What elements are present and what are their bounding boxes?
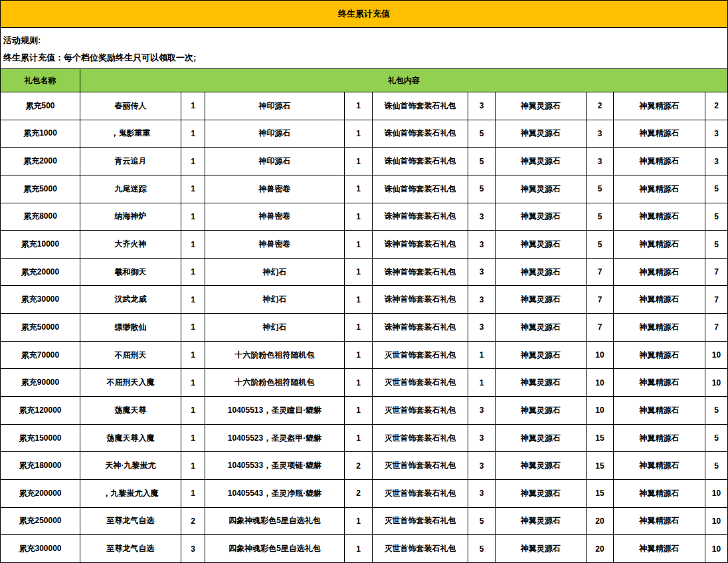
table-row: 累充70000不屈刑天1十六阶粉色祖符随机包1灭世首饰套装石礼包1神翼灵源石10…: [1, 342, 727, 370]
rules-line-2: 终生累计充值：每个档位奖励终生只可以领取一次;: [3, 49, 725, 66]
table-row: 累充300000至尊龙气自选3四象神魂彩色5星自选礼包1灭世首饰套装石礼包5神翼…: [1, 535, 727, 562]
item1-qty-cell: 1: [181, 314, 205, 341]
item1-qty-cell: 1: [181, 92, 205, 120]
item5-name-cell: 神翼精源石: [614, 231, 705, 258]
tier-cell: 累充8000: [1, 203, 80, 231]
item3-qty-cell: 3: [468, 231, 496, 258]
item2-name-cell: 神幻石: [205, 286, 345, 313]
item5-name-cell: 神翼精源石: [614, 397, 705, 424]
item4-name-cell: 神翼灵源石: [496, 148, 587, 175]
item1-name-cell: 大齐火神: [80, 231, 181, 258]
table-row: 累充1000，鬼影重重1神印源石1诛仙首饰套装石礼包5神翼灵源石3神翼精源石3: [1, 120, 727, 148]
item2-qty-cell: 1: [345, 175, 373, 203]
tier-cell: 累充20000: [1, 259, 80, 286]
item4-name-cell: 神翼灵源石: [496, 342, 587, 369]
page-title: 终生累计充值: [1, 1, 727, 28]
item5-qty-cell: 7: [705, 286, 727, 313]
item1-qty-cell: 1: [181, 342, 205, 369]
item4-qty-cell: 3: [587, 120, 614, 148]
item3-qty-cell: 3: [468, 452, 496, 479]
item3-name-cell: 灭世首饰套装石礼包: [373, 535, 468, 562]
item5-qty-cell: 5: [705, 175, 727, 203]
table-row: 累充500春丽传人1神印源石1诛仙首饰套装石礼包3神翼灵源石2神翼精源石2: [1, 92, 727, 120]
item4-name-cell: 神翼灵源石: [496, 314, 587, 341]
table-row: 累充90000不屈刑天入魔1十六阶粉色祖符随机包1灭世首饰套装石礼包1神翼灵源石…: [1, 369, 727, 397]
item2-name-cell: 神幻石: [205, 259, 345, 286]
item4-qty-cell: 20: [587, 508, 614, 535]
item5-name-cell: 神翼精源石: [614, 535, 705, 562]
item1-name-cell: 羲和御天: [80, 259, 181, 286]
item2-qty-cell: 1: [345, 535, 373, 562]
item3-name-cell: 诛神首饰套装石礼包: [373, 259, 468, 286]
header-gift-name: 礼包名称: [1, 69, 80, 92]
item5-name-cell: 神翼精源石: [614, 369, 705, 396]
item4-qty-cell: 15: [587, 425, 614, 452]
item1-name-cell: 九尾迷踪: [80, 175, 181, 203]
item1-qty-cell: 1: [181, 259, 205, 286]
item3-name-cell: 诛神首饰套装石礼包: [373, 231, 468, 258]
item2-qty-cell: 1: [345, 92, 373, 120]
item5-name-cell: 神翼精源石: [614, 342, 705, 369]
item3-qty-cell: 3: [468, 314, 496, 341]
item4-qty-cell: 15: [587, 452, 614, 479]
tier-cell: 累充90000: [1, 369, 80, 396]
item5-name-cell: 神翼精源石: [614, 314, 705, 341]
item2-name-cell: 神印源石: [205, 92, 345, 120]
tier-cell: 累充300000: [1, 535, 80, 562]
item1-name-cell: 青云追月: [80, 148, 181, 175]
item1-name-cell: 不屈刑天入魔: [80, 369, 181, 396]
item1-name-cell: 至尊龙气自选: [80, 535, 181, 562]
item4-qty-cell: 5: [587, 175, 614, 203]
item1-name-cell: 春丽传人: [80, 92, 181, 120]
tier-cell: 累充50000: [1, 314, 80, 341]
table-row: 累充150000荡魔天尊入魔110405523，圣灵盔甲·貔貅1灭世首饰套装石礼…: [1, 425, 727, 453]
item3-qty-cell: 3: [468, 397, 496, 424]
item4-qty-cell: 5: [587, 203, 614, 231]
item1-name-cell: 纳海神炉: [80, 203, 181, 231]
item1-qty-cell: 1: [181, 120, 205, 148]
item4-name-cell: 神翼灵源石: [496, 369, 587, 396]
header-gift-content: 礼包内容: [80, 69, 727, 92]
item1-name-cell: ，九黎蚩尤入魔: [80, 480, 181, 507]
item2-name-cell: 10405523，圣灵盔甲·貔貅: [205, 425, 345, 452]
item1-name-cell: 至尊龙气自选: [80, 508, 181, 535]
item3-name-cell: 诛仙首饰套装石礼包: [373, 120, 468, 148]
item2-qty-cell: 1: [345, 425, 373, 452]
item3-qty-cell: 5: [468, 508, 496, 535]
item2-name-cell: 神印源石: [205, 148, 345, 175]
item2-name-cell: 10405543，圣灵净瓶·貔貅: [205, 480, 345, 507]
item4-qty-cell: 2: [587, 92, 614, 120]
item1-name-cell: 天神·九黎蚩尤: [80, 452, 181, 479]
item4-name-cell: 神翼灵源石: [496, 397, 587, 424]
item4-qty-cell: 10: [587, 342, 614, 369]
item4-name-cell: 神翼灵源石: [496, 92, 587, 120]
item1-name-cell: 缥缈散仙: [80, 314, 181, 341]
item5-name-cell: 神翼精源石: [614, 480, 705, 507]
item5-name-cell: 神翼精源石: [614, 120, 705, 148]
item3-qty-cell: 3: [468, 480, 496, 507]
item1-qty-cell: 1: [181, 397, 205, 424]
item1-qty-cell: 1: [181, 175, 205, 203]
item5-qty-cell: 5: [705, 452, 727, 479]
item5-qty-cell: 5: [705, 203, 727, 231]
item4-name-cell: 神翼灵源石: [496, 425, 587, 452]
item1-qty-cell: 2: [181, 508, 205, 535]
item3-name-cell: 诛神首饰套装石礼包: [373, 203, 468, 231]
item5-name-cell: 神翼精源石: [614, 92, 705, 120]
item2-qty-cell: 1: [345, 286, 373, 313]
item2-qty-cell: 1: [345, 231, 373, 258]
tier-cell: 累充70000: [1, 342, 80, 369]
item5-name-cell: 神翼精源石: [614, 148, 705, 175]
tier-cell: 累充250000: [1, 508, 80, 535]
item2-name-cell: 四象神魂彩色5星自选礼包: [205, 535, 345, 562]
item5-name-cell: 神翼精源石: [614, 259, 705, 286]
item3-qty-cell: 5: [468, 535, 496, 562]
table-row: 累充2000青云追月1神印源石1诛仙首饰套装石礼包5神翼灵源石3神翼精源石3: [1, 148, 727, 175]
item5-name-cell: 神翼精源石: [614, 425, 705, 452]
item2-name-cell: 四象神魂彩色5星自选礼包: [205, 508, 345, 535]
table-row: 累充10000大齐火神1神兽密卷1诛神首饰套装石礼包3神翼灵源石5神翼精源石5: [1, 231, 727, 259]
item5-qty-cell: 5: [705, 397, 727, 424]
item3-qty-cell: 3: [468, 286, 496, 313]
item2-qty-cell: 1: [345, 203, 373, 231]
item3-name-cell: 灭世首饰套装石礼包: [373, 425, 468, 452]
